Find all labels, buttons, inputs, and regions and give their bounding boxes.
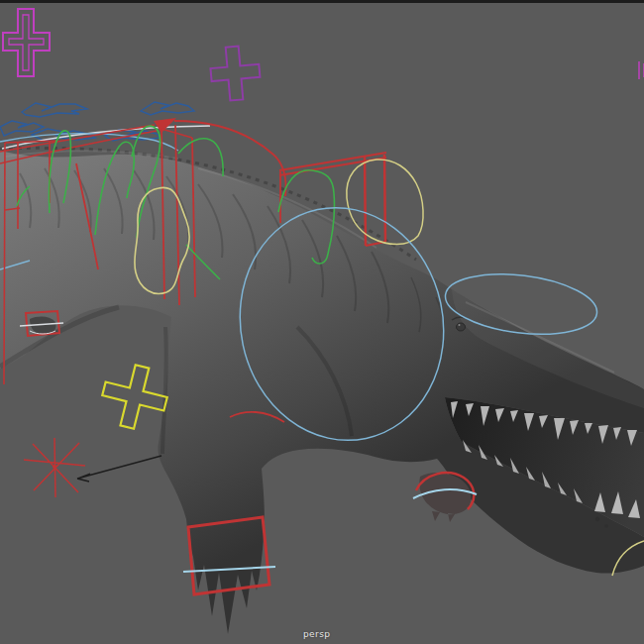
red-star-locator[interactable] [24,438,85,497]
camera-label: persp [303,629,330,639]
magenta-plus-fragment[interactable] [639,61,644,79]
purple-plus-control[interactable] [209,45,263,102]
annotation-arrow [77,456,161,482]
magenta-plus-control[interactable] [3,9,50,76]
maya-3d-viewport[interactable]: persp [0,0,644,644]
yellow-plus-control[interactable] [96,359,172,435]
viewport-canvas[interactable] [0,0,644,644]
